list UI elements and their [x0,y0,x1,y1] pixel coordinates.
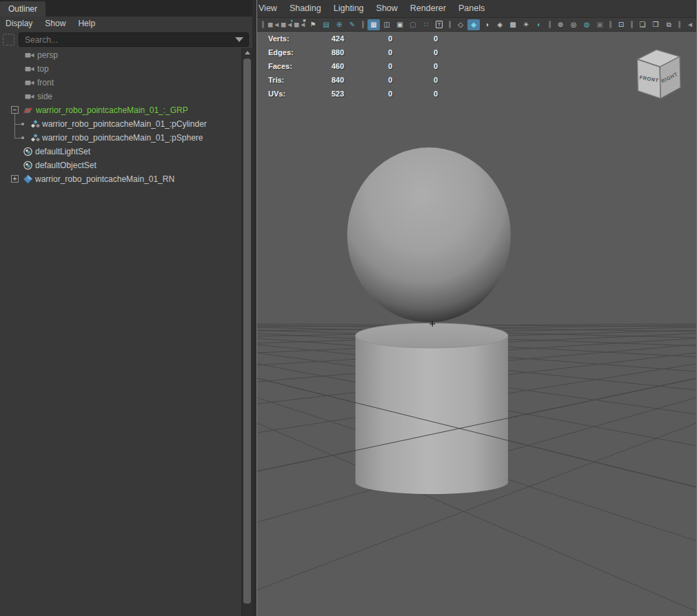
viewport-menu-view[interactable]: View [259,1,283,16]
ambient-occlusion-icon[interactable]: ⊚ [554,19,567,30]
scrollbar-thumb[interactable] [243,59,251,604]
gate-mask-icon-glyph: ▢ [410,21,416,28]
outliner-item-warrior-pcylinder[interactable]: warrior_robo_pointcacheMain_01_:pCylinde… [0,117,240,131]
search-input[interactable] [19,35,235,45]
viewport-menu-lighting[interactable]: Lighting [327,1,370,16]
shadows-icon[interactable]: ◐ [533,19,545,30]
viewport-capture-icon[interactable]: ⧉ [663,19,675,30]
toolbar-overflow-icon-glyph: ◄ [687,21,694,28]
collapse-icon[interactable]: − [11,106,19,114]
grid-icon[interactable]: ▦ [367,19,380,30]
anti-aliasing-icon[interactable]: ◍ [580,19,593,30]
outliner-menu-show[interactable]: Show [39,17,72,31]
viewport-background[interactable] [257,32,696,616]
outliner-scrollbar[interactable] [241,48,252,616]
wireframe-on-shaded-icon[interactable]: ◈ [494,19,506,30]
tree-connector-vertical [14,131,15,138]
search-field[interactable] [19,32,249,47]
camera-lock-icon[interactable]: ◼◄● [281,19,293,30]
mesh-icon [30,133,41,143]
outliner-panel: Outliner DisplayShowHelp persptopfrontsi… [0,0,252,616]
viewport-menu-panels[interactable]: Panels [452,1,491,16]
grease-pencil-icon-glyph: ✎ [350,21,355,28]
motion-blur-icon[interactable]: ◎ [567,19,580,30]
search-dropdown-icon[interactable] [235,37,243,42]
outliner-item-label: warrior_robo_pointcacheMain_01_:pSphere [42,131,203,145]
outliner-item-warrior-grp[interactable]: −warrior_robo_pointcacheMain_01_:_GRP [0,103,240,117]
outliner-item-label: warrior_robo_pointcacheMain_01_:pCylinde… [42,117,207,131]
tree-bullet-icon [21,123,24,125]
lights-icon[interactable]: ☀ [520,19,532,30]
xray-icon[interactable]: ▩ [507,19,519,30]
outliner-tab[interactable]: Outliner [0,1,46,17]
camera-settings-icon[interactable]: ◼◄✱ [294,19,306,30]
bookmark-icon[interactable]: ⚑ [307,19,319,30]
maya-window: Outliner DisplayShowHelp persptopfrontsi… [0,0,697,616]
camera-settings-icon-badge: ✱ [303,19,306,23]
outliner-tree: persptopfrontside−warrior_robo_pointcach… [0,48,240,616]
gate-mask-icon[interactable]: ▢ [407,19,419,30]
outliner-item-persp[interactable]: persp [0,48,240,62]
wireframe-icon[interactable]: ◇ [454,19,467,30]
view-cube[interactable]: FRONT RIGHT [637,50,680,99]
outliner-item-defaultlightset[interactable]: defaultLightSet [0,145,240,158]
outliner-item-warrior-rn[interactable]: +warrior_robo_pointcacheMain_01_RN [0,172,240,186]
viewport-toolbar: ◼◄◼◄●◼◄✱⚑▤⊕✎▦◫▣▢∷T◇◆◑◈▩☀◐⊚◎◍▣⊡❏❐⧉◄ [257,18,696,32]
toolbar-overflow-icon[interactable]: ◄ [684,19,696,30]
poly-count-icon[interactable]: ❐ [649,19,662,30]
film-gate-icon-glyph: ◫ [383,21,390,28]
viewport-menu-show[interactable]: Show [370,1,404,16]
object-details-icon[interactable]: ❏ [636,19,649,30]
outliner-menu-display[interactable]: Display [6,17,39,31]
outliner-item-side[interactable]: side [0,90,240,103]
tree-connector-horizontal [14,138,21,138]
image-plane-icon[interactable]: ▤ [320,19,332,30]
hud-toggle-icon-glyph: T [436,21,443,28]
object-details-icon-glyph: ❏ [640,21,646,28]
viewport-menu-bar: ViewShadingLightingShowRendererPanels [257,0,696,18]
outliner-item-front[interactable]: front [0,76,240,90]
field-chart-icon[interactable]: ∷ [420,19,432,30]
viewport-menu-renderer[interactable]: Renderer [404,1,452,16]
tree-connector-horizontal [14,124,21,125]
pan-zoom-icon[interactable]: ⊕ [333,19,345,30]
isolate-select-icon[interactable]: ⊡ [615,19,627,30]
outliner-tab-bar: Outliner [0,0,252,17]
image-plane-icon-glyph: ▤ [323,21,329,28]
outliner-item-label: defaultLightSet [35,145,90,158]
shaded-icon[interactable]: ◆ [467,19,480,30]
outliner-menu-help[interactable]: Help [72,17,101,31]
depth-of-field-icon[interactable]: ▣ [594,19,606,30]
anti-aliasing-icon-glyph: ◍ [584,21,590,28]
textured-icon-glyph: ◑ [485,21,489,28]
resolution-gate-icon[interactable]: ▣ [394,19,406,30]
outliner-item-label: defaultObjectSet [35,158,97,172]
outliner-item-warrior-psphere[interactable]: warrior_robo_pointcacheMain_01_:pSphere [0,131,240,145]
viewport-scene[interactable]: FRONT RIGHT Verts:42400Edges:88000Faces:… [257,32,696,616]
toolbar-separator [631,21,633,28]
grid-icon-glyph: ▦ [370,21,376,28]
camera-icon [25,50,35,60]
lights-icon-glyph: ☀ [523,21,529,28]
camera-icon[interactable]: ◼◄ [267,19,280,30]
scrollbar-up-icon[interactable] [242,48,252,57]
field-chart-icon-glyph: ∷ [424,21,428,28]
outliner-item-label: top [37,62,49,76]
outliner-item-defaultobjectset[interactable]: defaultObjectSet [0,158,240,172]
camera-icon [25,92,35,101]
viewport-menu-shading[interactable]: Shading [283,1,327,16]
outliner-item-top[interactable]: top [0,62,240,76]
selection-filter-icon[interactable] [3,34,14,45]
textured-icon[interactable]: ◑ [481,19,493,30]
pan-zoom-icon-glyph: ⊕ [336,21,342,28]
toolbar-separator [549,21,551,28]
poly-count-icon-glyph: ❐ [653,21,659,28]
toolbar-separator [362,21,364,28]
shaded-icon-glyph: ◆ [471,21,476,28]
film-gate-icon[interactable]: ◫ [381,19,393,30]
hud-toggle-icon[interactable]: T [433,19,445,30]
shadows-icon-glyph: ◐ [537,21,541,28]
expand-icon[interactable]: + [11,175,19,183]
grease-pencil-icon[interactable]: ✎ [346,19,358,30]
toolbar-separator [678,21,680,28]
